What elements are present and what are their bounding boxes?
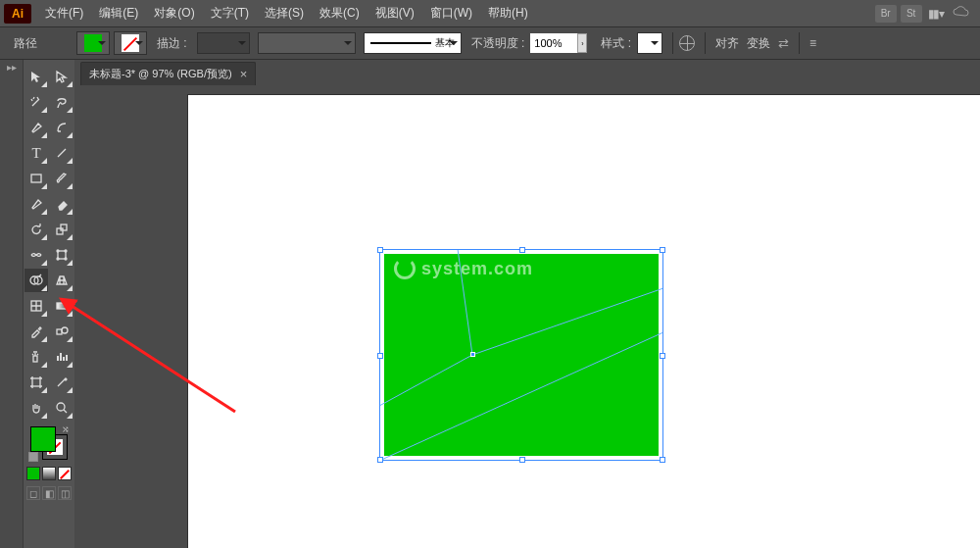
- resize-handle-s[interactable]: [519, 457, 525, 463]
- svg-rect-14: [33, 356, 37, 362]
- perspective-grid-tool[interactable]: [50, 269, 74, 292]
- opacity-label: 不透明度 :: [466, 35, 531, 52]
- direct-selection-tool[interactable]: [50, 65, 74, 88]
- scale-tool[interactable]: [50, 218, 74, 241]
- menu-file[interactable]: 文件(F): [37, 0, 91, 26]
- slice-tool[interactable]: [50, 371, 74, 394]
- magic-wand-tool[interactable]: [24, 90, 48, 114]
- arrange-documents-icon[interactable]: ▮▮ ▾: [924, 7, 947, 21]
- resize-handle-e[interactable]: [660, 353, 665, 359]
- draw-inside-icon[interactable]: ◫: [58, 486, 72, 500]
- panel-expand-icon[interactable]: ▸▸: [0, 60, 23, 75]
- resize-handle-nw[interactable]: [377, 247, 383, 253]
- fill-color-swatch[interactable]: [76, 31, 110, 55]
- menu-help[interactable]: 帮助(H): [480, 0, 536, 26]
- artboard-tool[interactable]: [24, 371, 48, 394]
- graphic-style-dropdown[interactable]: [637, 32, 662, 54]
- menu-select[interactable]: 选择(S): [257, 0, 312, 26]
- zoom-tool[interactable]: [50, 396, 74, 420]
- resize-handle-se[interactable]: [660, 457, 665, 463]
- opacity-field[interactable]: 100%: [530, 33, 577, 53]
- rectangle-tool[interactable]: [24, 167, 48, 190]
- stroke-label: 描边 :: [151, 35, 193, 52]
- svg-point-6: [57, 258, 59, 260]
- variable-width-profile-dropdown[interactable]: [258, 32, 356, 54]
- svg-rect-12: [57, 329, 62, 334]
- stock-button[interactable]: St: [901, 5, 922, 23]
- style-label: 样式 :: [595, 35, 637, 52]
- column-graph-tool[interactable]: [50, 345, 74, 369]
- control-bar: 路径 描边 : 基本 不透明度 : 100% › 样式 : 对齐 变换 ⇄ ≡: [0, 26, 980, 60]
- align-button[interactable]: 对齐: [711, 35, 743, 52]
- selection-bounding-box[interactable]: [379, 249, 663, 461]
- artboard[interactable]: system.com: [188, 95, 980, 548]
- svg-rect-11: [57, 303, 67, 309]
- free-transform-tool[interactable]: [50, 243, 74, 267]
- draw-behind-icon[interactable]: ◧: [42, 486, 56, 500]
- mesh-tool[interactable]: [24, 294, 48, 318]
- menu-bar: Ai 文件(F) 编辑(E) 对象(O) 文字(T) 选择(S) 效果(C) 视…: [0, 0, 980, 26]
- resize-handle-ne[interactable]: [660, 247, 665, 253]
- blend-tool[interactable]: [50, 320, 74, 343]
- control-bar-menu-icon[interactable]: ≡: [806, 36, 820, 50]
- fill-well[interactable]: [30, 426, 56, 452]
- resize-handle-w[interactable]: [377, 353, 383, 359]
- screen-mode-row: ◻ ◧ ◫: [25, 485, 73, 501]
- fill-stroke-color-well[interactable]: ⤭: [30, 426, 68, 460]
- svg-rect-15: [32, 378, 40, 386]
- gradient-tool[interactable]: [50, 294, 74, 318]
- resize-handle-n[interactable]: [519, 247, 525, 253]
- resize-handle-sw[interactable]: [377, 457, 383, 463]
- recolor-artwork-icon[interactable]: [679, 35, 695, 51]
- menu-effect[interactable]: 效果(C): [312, 0, 368, 26]
- menu-text[interactable]: 文字(T): [203, 0, 257, 26]
- pen-tool[interactable]: [24, 116, 48, 139]
- svg-point-4: [57, 250, 59, 252]
- menu-object[interactable]: 对象(O): [146, 0, 202, 26]
- stroke-color-swatch[interactable]: [114, 31, 147, 55]
- canvas-viewport[interactable]: system.com: [80, 85, 980, 548]
- opacity-stepper[interactable]: ›: [577, 33, 587, 53]
- shaper-tool[interactable]: [24, 192, 48, 216]
- menu-window[interactable]: 窗口(W): [422, 0, 480, 26]
- document-tab[interactable]: 未标题-3* @ 97% (RGB/预览) ×: [80, 62, 256, 85]
- hand-tool[interactable]: [24, 396, 48, 420]
- eraser-tool[interactable]: [50, 192, 74, 216]
- stroke-weight-dropdown[interactable]: [197, 32, 250, 54]
- menu-edit[interactable]: 编辑(E): [91, 0, 146, 26]
- svg-rect-0: [31, 174, 41, 182]
- lasso-tool[interactable]: [50, 90, 74, 114]
- eyedropper-tool[interactable]: [24, 320, 48, 343]
- document-area: 未标题-3* @ 97% (RGB/预览) ×: [74, 60, 980, 548]
- watermark: system.com: [394, 258, 533, 279]
- svg-point-16: [57, 403, 65, 411]
- draw-normal-icon[interactable]: ◻: [26, 486, 40, 500]
- swap-fill-stroke-icon[interactable]: ⤭: [62, 424, 70, 434]
- brush-definition-dropdown[interactable]: 基本: [364, 32, 462, 54]
- color-mode-none[interactable]: [58, 467, 72, 480]
- isolate-icon[interactable]: ⇄: [774, 36, 793, 51]
- curvature-tool[interactable]: [50, 116, 74, 139]
- width-tool[interactable]: [24, 243, 48, 267]
- transform-button[interactable]: 变换: [743, 35, 774, 52]
- default-fill-stroke-icon[interactable]: [28, 452, 38, 462]
- paintbrush-tool[interactable]: [50, 167, 74, 190]
- type-tool[interactable]: T: [24, 141, 48, 165]
- selection-tool[interactable]: [24, 65, 48, 88]
- line-segment-tool[interactable]: [50, 141, 74, 165]
- document-tab-bar: 未标题-3* @ 97% (RGB/预览) ×: [74, 60, 980, 85]
- svg-rect-1: [57, 228, 63, 234]
- menu-view[interactable]: 视图(V): [368, 0, 422, 26]
- close-tab-icon[interactable]: ×: [240, 67, 248, 81]
- separator: [799, 32, 800, 54]
- svg-rect-3: [58, 251, 66, 259]
- shape-builder-tool[interactable]: [24, 269, 48, 292]
- symbol-sprayer-tool[interactable]: [24, 345, 48, 369]
- sync-icon[interactable]: [947, 5, 976, 22]
- color-mode-solid[interactable]: [26, 467, 40, 480]
- rotate-tool[interactable]: [24, 218, 48, 241]
- bridge-button[interactable]: Br: [875, 5, 897, 23]
- app-logo: Ai: [4, 4, 31, 24]
- svg-point-7: [65, 258, 67, 260]
- color-mode-gradient[interactable]: [42, 467, 56, 480]
